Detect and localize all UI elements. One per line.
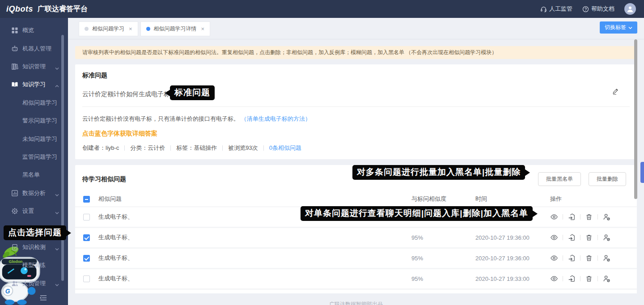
row-checkbox[interactable] — [83, 255, 90, 262]
sidebar: 概览 机器人管理 知识管理 知识学习 相似问题学习 警示问题学习 未知问题学习 … — [0, 18, 68, 305]
sidebar-item-knowledge-management[interactable]: 知识管理 — [0, 58, 68, 76]
close-icon[interactable]: × — [129, 25, 132, 32]
callout-arrow-right — [532, 210, 538, 217]
batch-delete-button[interactable]: 批量删除 — [589, 172, 626, 186]
sidebar-scrollbar-thumb[interactable] — [61, 35, 64, 281]
blacklist-user-icon[interactable] — [602, 213, 610, 221]
annotation-select-question: 点击选择问题 — [4, 225, 66, 240]
cell-question: 生成电子标、 — [98, 227, 411, 248]
view-chat-icon[interactable] — [550, 213, 558, 221]
table-header-row: 相似问题 与标问相似度 时间 操作 — [75, 191, 637, 207]
column-header-question: 相似问题 — [98, 191, 411, 207]
delete-icon[interactable] — [585, 233, 593, 241]
chevron-down-icon — [55, 246, 59, 252]
chevron-down-icon — [55, 281, 59, 288]
cell-similarity: 95% — [411, 268, 475, 289]
sidebar-item-supervision-question-learning[interactable]: 监管问题学习 — [0, 148, 68, 166]
content-scrollbar-thumb[interactable] — [634, 39, 637, 199]
sidebar-item-model-training[interactable]: 模型训练 — [0, 256, 68, 274]
divider — [563, 235, 563, 240]
edit-pencil-icon[interactable] — [612, 88, 619, 97]
table-row-partial — [75, 290, 637, 293]
add-to-library-icon[interactable] — [568, 213, 576, 221]
chart-icon — [11, 190, 18, 197]
doc-check-icon — [11, 244, 18, 251]
tab-similar-question-learning[interactable]: 相似问题学习 × — [79, 21, 138, 36]
answer-method-link[interactable]: （清单生成电子标的方法） — [241, 115, 311, 122]
standard-question-section-title: 标准问题 — [82, 72, 630, 80]
row-checkbox[interactable] — [83, 234, 90, 241]
view-chat-icon[interactable] — [550, 254, 558, 262]
delete-icon[interactable] — [585, 275, 593, 283]
sidebar-item-blacklist[interactable]: 黑名单 — [0, 166, 68, 184]
similar-count-link[interactable]: 0条相似问题 — [269, 144, 301, 152]
pending-similar-questions-card: 待学习相似问题 批量黑名单 批量删除 相似问题 与标问相似度 时间 操作 — [75, 165, 637, 293]
callout-arrow-right — [525, 169, 530, 176]
close-icon[interactable]: × — [201, 25, 205, 32]
cell-time: 2020-10-27 19:36:00 — [475, 227, 550, 248]
divider — [597, 276, 598, 281]
sidebar-item-knowledge-learning[interactable]: 知识学习 — [0, 76, 68, 93]
divider — [124, 145, 125, 151]
question-meta-row: 创建者：liyb-c 分类：云计价 标签：基础操作 被浏览93次 0条相似问题 — [82, 144, 630, 152]
sidebar-item-robot-management[interactable]: 机器人管理 — [0, 39, 68, 57]
annotation-batch-operations: 对多条问题进行批量加入黑名单|批量删除 — [352, 165, 525, 180]
sidebar-item-overview[interactable]: 概览 — [0, 21, 68, 39]
sidebar-item-personnel-management[interactable]: 人员管理 — [0, 274, 68, 292]
collapse-sidebar-icon[interactable] — [39, 295, 47, 303]
chevron-down-icon — [628, 25, 632, 31]
switch-tag-button[interactable]: 切换标签 — [600, 21, 637, 34]
meta-creator: 创建者：liyb-c — [82, 144, 119, 152]
help-docs-link[interactable]: 帮助文档 — [582, 5, 614, 13]
people-icon — [11, 280, 18, 287]
sidebar-item-knowledge-detection[interactable]: 知识检测 — [0, 238, 68, 256]
blacklist-user-icon[interactable] — [602, 275, 610, 283]
main-area: 相似问题学习 × 相似问题学习详情 × 切换标签 请审核列表中的相似问题是否是以… — [68, 18, 644, 305]
divider — [580, 255, 580, 261]
divider — [580, 276, 580, 281]
sidebar-item-unknown-question-learning[interactable]: 未知问题学习 — [0, 130, 68, 148]
view-chat-icon[interactable] — [550, 275, 558, 283]
delete-icon[interactable] — [585, 213, 593, 221]
divider — [597, 235, 598, 240]
tab-similar-question-learning-detail[interactable]: 相似问题学习详情 × — [140, 21, 211, 36]
cell-similarity: 95% — [411, 248, 475, 268]
delete-icon[interactable] — [585, 254, 593, 262]
divider — [170, 145, 171, 151]
user-avatar[interactable] — [624, 3, 636, 15]
cell-time: 2020-10-27 19:33:00 — [475, 268, 550, 289]
add-to-library-icon[interactable] — [568, 254, 576, 262]
blacklist-user-icon[interactable] — [602, 254, 610, 262]
add-to-library-icon[interactable] — [568, 233, 576, 241]
standard-question-card: 标准问题 云计价定额计价如何生成电子标? 云计价定额计价没有电子标，只有清单计价… — [75, 64, 637, 159]
cell-similarity: 95% — [411, 227, 475, 248]
divider — [82, 106, 630, 107]
manual-supervision-link[interactable]: 人工监管 — [540, 5, 572, 13]
headset-icon — [540, 6, 547, 13]
view-chat-icon[interactable] — [550, 233, 558, 241]
table-row: 生成电子标、 95% 2020-10-27 19:36:00 — [75, 248, 637, 268]
open-book-icon — [11, 81, 18, 88]
row-checkbox[interactable] — [83, 214, 90, 220]
divider — [580, 235, 580, 240]
page-scrollbar-thumb[interactable] — [640, 162, 644, 183]
pending-section-title: 待学习相似问题 — [82, 175, 126, 183]
sidebar-item-settings[interactable]: 设置 — [0, 202, 68, 220]
audit-notice-banner: 请审核列表中的相似问题是否是以下标准问题的相似问法。重复相似问题，点击删除；非相… — [75, 46, 637, 59]
blacklist-user-icon[interactable] — [602, 233, 610, 241]
row-checkbox[interactable] — [83, 275, 90, 282]
divider — [563, 255, 563, 261]
divider — [597, 214, 598, 220]
books-icon — [11, 63, 18, 70]
column-header-time: 时间 — [475, 191, 550, 207]
add-to-library-icon[interactable] — [568, 275, 576, 283]
divider — [580, 214, 580, 220]
select-all-checkbox[interactable] — [83, 196, 90, 203]
table-row: 生成电子标、 95% 2020-10-27 19:33:00 — [75, 268, 637, 289]
sidebar-item-warning-question-learning[interactable]: 警示问题学习 — [0, 112, 68, 130]
batch-blacklist-button[interactable]: 批量黑名单 — [538, 172, 581, 186]
table-row: 生成电子标、 95% 2020-10-27 19:36:00 — [75, 227, 637, 248]
app-header: iQbots 广联达睿答平台 人工监管 帮助文档 — [0, 0, 644, 18]
sidebar-item-similar-question-learning[interactable]: 相似问题学习 — [0, 94, 68, 112]
sidebar-item-data-analysis[interactable]: 数据分析 — [0, 184, 68, 202]
